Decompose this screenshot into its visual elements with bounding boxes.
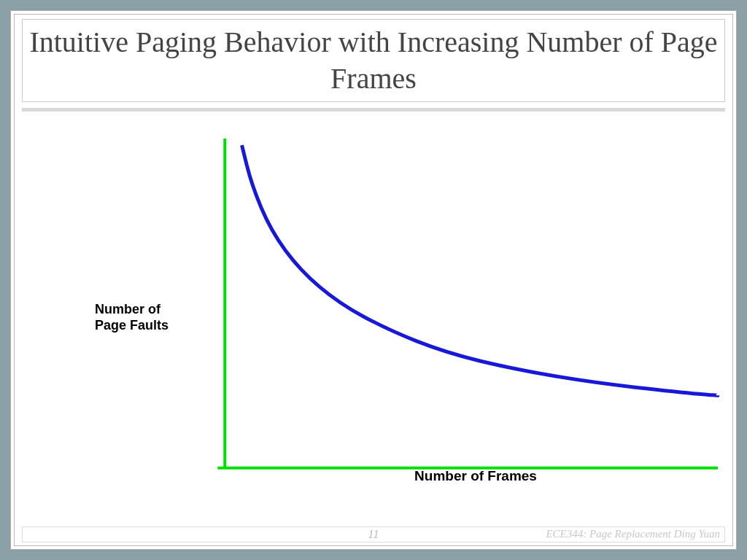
x-axis-label: Number of Frames [22, 468, 725, 484]
course-info: ECE344: Page Replacement Ding Yuan [546, 528, 720, 540]
y-axis-label: Number ofPage Faults [95, 302, 169, 333]
chart-area: Number ofPage Faults Number of Frames [22, 124, 725, 519]
x-axis-label-text: Number of Frames [414, 468, 537, 483]
page-fault-curve [242, 145, 719, 395]
y-axis-label-text: Number ofPage Faults [95, 302, 169, 332]
slide-frame-outer: Intuitive Paging Behavior with Increasin… [10, 10, 737, 550]
title-container: Intuitive Paging Behavior with Increasin… [22, 19, 725, 102]
slide-title: Intuitive Paging Behavior with Increasin… [23, 24, 724, 97]
slide-frame-inner: Intuitive Paging Behavior with Increasin… [14, 14, 733, 546]
title-divider [22, 108, 725, 112]
page-number: 11 [368, 528, 379, 541]
footer: 11 ECE344: Page Replacement Ding Yuan [22, 526, 725, 542]
